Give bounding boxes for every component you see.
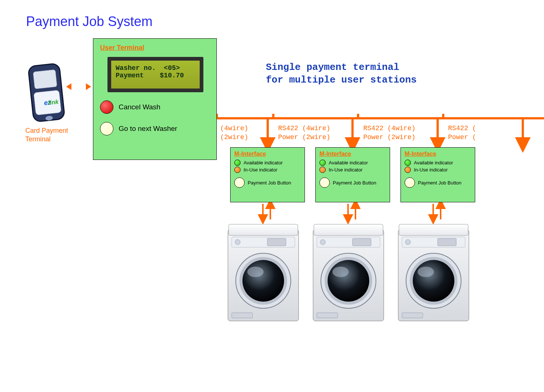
m-interface-title: M-Interface — [405, 151, 471, 157]
page-title: Payment Job System — [26, 14, 152, 29]
m-interface-1: M-Interface Available indicator In-Use i… — [230, 147, 305, 202]
in-use-indicator-label: In-Use indicator — [329, 167, 363, 173]
lcd-display: Washer no. <05> Payment $10.70 — [107, 57, 203, 92]
available-indicator-label: Available indicator — [414, 160, 453, 166]
svg-point-33 — [413, 260, 454, 302]
in-use-indicator-label: In-Use indicator — [244, 167, 277, 173]
m-interface-title: M-Interface — [319, 151, 386, 157]
link-arrow-right-icon — [86, 83, 91, 90]
washer-2 — [312, 222, 385, 324]
available-indicator-icon — [319, 160, 326, 166]
wire-label-3: RS422 (4wire) Power (2wire) — [363, 124, 415, 142]
lcd-line-2: Payment $10.70 — [116, 72, 184, 79]
svg-rect-35 — [402, 313, 423, 318]
next-washer-row: Go to next Washer — [100, 122, 210, 135]
user-terminal-title: User Terminal — [100, 44, 210, 52]
payment-job-button[interactable] — [319, 177, 330, 188]
svg-point-20 — [320, 240, 325, 245]
in-use-indicator-icon — [405, 167, 411, 173]
cancel-wash-row: Cancel Wash — [100, 100, 210, 114]
cancel-wash-label: Cancel Wash — [119, 103, 160, 111]
payment-job-label: Payment Job Button — [418, 180, 461, 186]
svg-point-24 — [332, 267, 349, 277]
svg-rect-9 — [267, 238, 286, 246]
cancel-wash-button[interactable] — [100, 100, 113, 114]
wire-label-2: RS422 (4wire) Power (2wire) — [278, 124, 330, 142]
m-interface-title: M-Interface — [234, 151, 301, 157]
svg-rect-15 — [232, 313, 252, 318]
svg-point-23 — [328, 260, 369, 302]
card-terminal-label: Card Payment Terminal — [25, 126, 68, 143]
in-use-indicator-label: In-Use indicator — [414, 167, 448, 173]
next-washer-button[interactable] — [100, 122, 113, 135]
available-indicator-label: Available indicator — [244, 160, 283, 166]
svg-rect-29 — [438, 238, 456, 246]
wire-label-1: (4wire) (2wire) — [220, 124, 248, 142]
svg-point-34 — [418, 267, 434, 277]
diagram-canvas: Payment Job System Single payment termin… — [0, 0, 544, 392]
svg-rect-27 — [399, 224, 468, 235]
link-arrow-left-icon — [66, 83, 71, 90]
svg-point-13 — [242, 260, 284, 302]
washer-1 — [226, 222, 300, 324]
washer-3 — [397, 222, 470, 324]
svg-point-10 — [235, 240, 240, 245]
next-washer-label: Go to next Washer — [119, 125, 177, 133]
payment-job-button[interactable] — [405, 177, 415, 188]
lcd-line-1: Washer no. <05> — [116, 64, 180, 72]
in-use-indicator-icon — [234, 167, 241, 173]
in-use-indicator-icon — [319, 167, 326, 173]
wire-label-4: RS422 ( Power ( — [448, 124, 476, 142]
svg-rect-17 — [314, 224, 383, 235]
svg-point-30 — [405, 240, 411, 245]
available-indicator-icon — [234, 160, 241, 166]
user-terminal-panel: User Terminal Washer no. <05> Payment $1… — [93, 38, 217, 160]
svg-point-14 — [247, 267, 264, 277]
m-interface-3: M-Interface Available indicator In-Use i… — [400, 147, 475, 202]
svg-rect-25 — [317, 313, 338, 318]
svg-rect-1 — [33, 70, 57, 89]
svg-rect-19 — [353, 238, 371, 246]
available-indicator-icon — [405, 160, 411, 166]
payment-job-button[interactable] — [234, 177, 245, 188]
tagline-text: Single payment terminal for multiple use… — [266, 61, 417, 87]
m-interface-2: M-Interface Available indicator In-Use i… — [315, 147, 390, 202]
svg-rect-7 — [229, 224, 298, 235]
available-indicator-label: Available indicator — [329, 160, 368, 166]
svg-text:link: link — [48, 99, 59, 106]
payment-job-label: Payment Job Button — [248, 180, 291, 186]
card-payment-terminal: ez link — [28, 62, 65, 124]
payment-job-label: Payment Job Button — [333, 180, 376, 186]
